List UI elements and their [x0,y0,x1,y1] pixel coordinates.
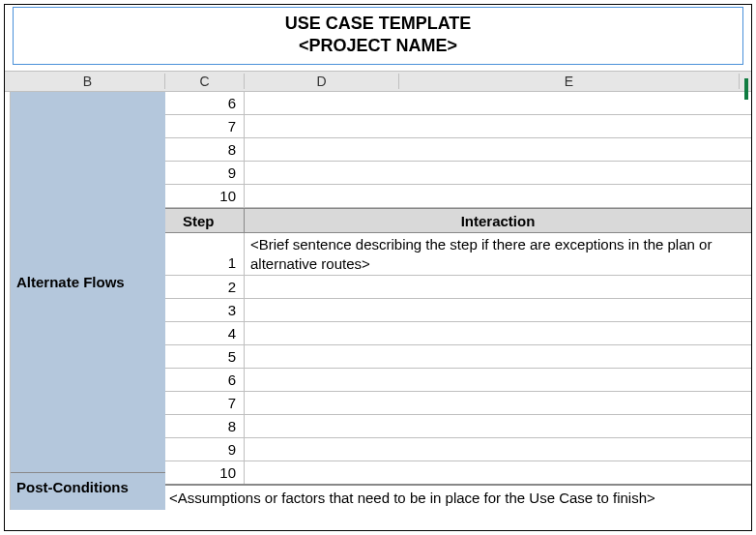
alt-step-text: <Brief sentence describing the step if t… [245,233,751,275]
alt-step-text [245,299,751,321]
step-text [245,185,751,207]
alt-row[interactable]: 2 [165,276,751,299]
alt-step-number: 3 [165,299,245,321]
alt-step-number: 5 [165,345,245,368]
step-row[interactable]: 9 [165,162,751,185]
post-conditions-row[interactable]: <Assumptions or factors that need to be … [165,485,751,510]
alt-step-text [245,438,751,461]
alt-row[interactable]: 4 [165,322,751,345]
alt-step-text [245,345,751,368]
column-header-b[interactable]: B [11,74,165,89]
alt-step-text [245,392,751,414]
grid-body: Alternate Flows Post-Conditions 6 7 8 9 … [5,92,751,510]
alt-step-number: 1 [165,233,245,275]
step-number: 6 [165,92,245,114]
title-line1: USE CASE TEMPLATE [14,14,742,34]
step-number: 9 [165,162,245,184]
alt-row[interactable]: 7 [165,392,751,415]
column-header-row: B C D E [5,71,751,92]
column-header-e[interactable]: E [399,74,740,89]
alt-step-number: 4 [165,322,245,344]
spreadsheet-view: USE CASE TEMPLATE <PROJECT NAME> B C D E… [4,4,752,531]
alt-step-text [245,415,751,437]
step-row[interactable]: 6 [165,92,751,115]
title-box: USE CASE TEMPLATE <PROJECT NAME> [13,7,743,65]
column-header-d[interactable]: D [245,74,399,89]
alt-step-text [245,369,751,391]
step-number: 7 [165,115,245,137]
step-text [245,162,751,184]
alt-step-number: 8 [165,415,245,437]
section-header-row: Step Interaction [165,208,751,233]
header-step: Step [165,209,245,232]
alt-row[interactable]: 6 [165,369,751,392]
step-text [245,138,751,161]
title-line2: <PROJECT NAME> [14,36,742,56]
alt-row[interactable]: 9 [165,438,751,461]
alt-row[interactable]: 3 [165,299,751,322]
alt-step-text [245,461,751,484]
alt-step-number: 10 [165,461,245,484]
step-row[interactable]: 10 [165,185,751,208]
step-number: 10 [165,185,245,207]
alt-step-number: 6 [165,369,245,391]
alt-row[interactable]: 5 [165,345,751,369]
column-header-c[interactable]: C [165,74,245,89]
alt-row[interactable]: 10 [165,461,751,485]
side-label-post-conditions: Post-Conditions [11,473,165,500]
alt-row[interactable]: 1 <Brief sentence describing the step if… [165,233,751,276]
selection-indicator [744,78,748,100]
alt-step-text [245,322,751,344]
side-label-alternate-flows: Alternate Flows [11,92,165,473]
step-text [245,92,751,114]
alt-step-text [245,276,751,298]
header-interaction: Interaction [245,209,751,232]
side-column: Alternate Flows Post-Conditions [11,92,165,510]
alt-step-number: 9 [165,438,245,461]
step-text [245,115,751,137]
alt-step-number: 2 [165,276,245,298]
step-row[interactable]: 8 [165,138,751,162]
post-conditions-text: <Assumptions or factors that need to be … [165,486,751,510]
step-number: 8 [165,138,245,161]
alt-step-number: 7 [165,392,245,414]
alt-row[interactable]: 8 [165,415,751,438]
step-row[interactable]: 7 [165,115,751,138]
main-column: 6 7 8 9 10 Step Interaction 1 <Brief sen… [165,92,751,510]
